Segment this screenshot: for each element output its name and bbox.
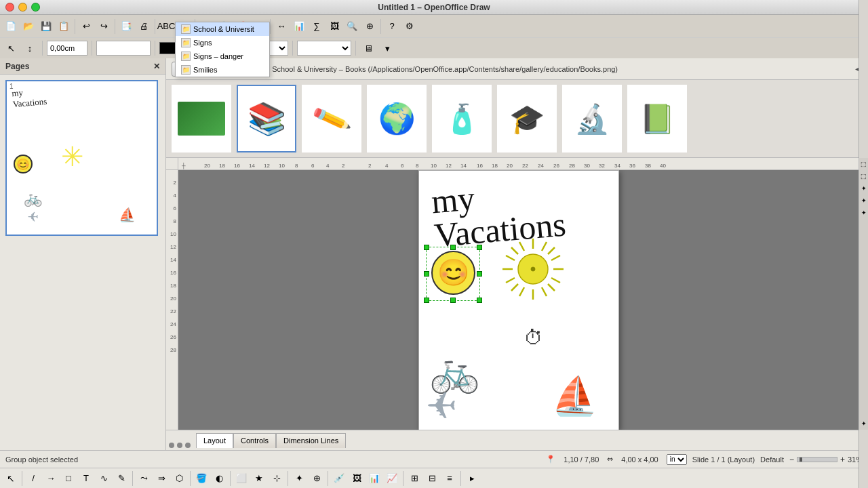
ruler-mark-40: 40 [660, 163, 666, 169]
drawing-canvas[interactable]: myVacations 😊 [178, 170, 859, 430]
arrow-tool[interactable]: → [43, 470, 59, 487]
zoom-slider[interactable] [797, 457, 837, 462]
right-panel-icon-2[interactable]: ⬚ [860, 172, 868, 180]
gallery-img-microscope[interactable]: 🔬 [562, 85, 622, 152]
insert-img-tool[interactable]: 🖼 [349, 470, 365, 487]
handle-br[interactable] [477, 298, 482, 303]
right-panel-icon-3[interactable]: ✦ [860, 184, 868, 192]
draw-sep7 [403, 471, 403, 486]
zoom-out-button[interactable]: − [789, 455, 794, 464]
sidebar-close-button[interactable]: ✕ [153, 62, 160, 71]
shadow-tool[interactable]: ◐ [211, 470, 227, 487]
page-canvas[interactable]: myVacations 😊 [418, 170, 619, 430]
help-icon[interactable]: ? [384, 18, 400, 35]
canvas-clock[interactable]: ⏱ [524, 327, 543, 349]
ungroup-tool[interactable]: ⊟ [424, 470, 440, 487]
zoom-icon[interactable]: 🔍 [344, 18, 360, 35]
pdf-icon[interactable]: 📑 [118, 18, 134, 35]
handle-tm[interactable] [450, 245, 456, 250]
flowchart-tool[interactable]: ⬡ [171, 470, 187, 487]
zoom-in-button[interactable]: + [840, 455, 845, 464]
extra-icon[interactable]: ⚙ [401, 18, 418, 35]
handle-ml[interactable] [424, 271, 429, 277]
line-style-input[interactable] [96, 41, 151, 56]
save-as-icon[interactable]: 📋 [56, 18, 72, 35]
handle-bm[interactable] [450, 298, 456, 303]
point-tool[interactable]: ✦ [291, 470, 307, 487]
zoom2-icon[interactable]: ⊕ [361, 18, 378, 35]
gallery-item-smilies[interactable]: 📁 Smilies [176, 63, 269, 77]
formula-icon[interactable]: ∑ [309, 18, 325, 35]
canvas-plane[interactable]: ✈ [426, 384, 457, 428]
selection-mode-icon[interactable]: ↖ [3, 40, 19, 56]
more-icon[interactable]: ▾ [379, 40, 395, 56]
print-icon[interactable]: 🖨 [136, 18, 152, 35]
gallery-img-cap[interactable]: 🎓 [497, 85, 557, 152]
handle-mr[interactable] [477, 271, 482, 277]
gallery-img-books[interactable]: 📚 [237, 85, 296, 152]
gallery-img-board[interactable] [172, 85, 231, 152]
handle-tl[interactable] [424, 245, 429, 250]
statusbar-unit-select[interactable]: in [667, 454, 687, 465]
sep12 [355, 41, 356, 56]
arrange-tool[interactable]: ≡ [441, 470, 458, 487]
open-icon[interactable]: 📂 [20, 18, 37, 35]
right-panel-icon-5[interactable]: ✦ [860, 209, 868, 217]
canvas-sun[interactable] [499, 235, 567, 304]
curve-tool[interactable]: ∿ [96, 470, 112, 487]
tab-controls[interactable]: Controls [233, 433, 276, 448]
chart-icon[interactable]: 📊 [291, 18, 307, 35]
handle-bl[interactable] [424, 298, 429, 303]
tab-order-icon[interactable]: ↕ [22, 40, 38, 56]
right-panel-icon-1[interactable]: ⬚ [860, 160, 868, 168]
connector-icon[interactable]: ↔ [273, 18, 290, 35]
insert-chart-tool[interactable]: 📈 [384, 470, 400, 487]
gallery-img-pencil[interactable]: ✏️ [302, 85, 361, 152]
fill-color-tool[interactable]: 🪣 [193, 470, 210, 487]
maximize-button[interactable] [31, 3, 40, 12]
eyedropper-tool[interactable]: 💉 [331, 470, 347, 487]
page-thumbnail-1[interactable]: 1 myVacations 😊 ✳ 🚲 ✈ ⛵ [5, 80, 158, 236]
tab-dimension-lines[interactable]: Dimension Lines [276, 433, 346, 448]
save-icon[interactable]: 💾 [38, 18, 54, 35]
select-tool[interactable]: ↖ [3, 470, 19, 487]
gallery-item-signs-danger[interactable]: 📁 Signs – danger [176, 58, 269, 63]
display-icon[interactable]: 🖥 [360, 40, 376, 56]
right-panel-icon-4[interactable]: ✦ [860, 197, 868, 205]
handle-tr[interactable] [477, 245, 482, 250]
new-icon[interactable]: 📄 [3, 18, 19, 35]
arrow2-tool[interactable]: ⇒ [153, 470, 170, 487]
tab-layout[interactable]: Layout [196, 433, 233, 448]
books-icon: 📚 [248, 100, 286, 137]
right-panel-icon-6[interactable]: ✦ [860, 420, 868, 428]
undo-icon[interactable]: ↩ [78, 18, 94, 35]
spellcheck-icon[interactable]: ABC [158, 18, 174, 35]
svg-line-5 [548, 284, 555, 291]
star-tool[interactable]: ★ [251, 470, 267, 487]
gallery-img-globe[interactable]: 🌍 [367, 85, 427, 152]
crop-tool[interactable]: ⊹ [269, 470, 285, 487]
minimize-button[interactable] [18, 3, 27, 12]
freehand-tool[interactable]: ✎ [113, 470, 130, 487]
3d-tool[interactable]: ⬜ [233, 470, 250, 487]
rect-tool[interactable]: □ [60, 470, 77, 487]
canvas-smiley[interactable]: 😊 [431, 251, 475, 295]
redo-icon[interactable]: ↪ [96, 18, 112, 35]
line-tool[interactable]: / [25, 470, 41, 487]
close-button[interactable] [5, 3, 14, 12]
connect-tool[interactable]: ⤳ [136, 470, 152, 487]
gallery-img-bottle[interactable]: 🧴 [432, 85, 492, 152]
gallery-img-green-book[interactable]: 📗 [627, 85, 687, 152]
group-tool[interactable]: ⊞ [406, 470, 422, 487]
area-style-select[interactable] [297, 41, 351, 56]
canvas-boat[interactable]: ⛵ [551, 374, 598, 418]
extra-draw-tool[interactable]: ▸ [464, 470, 480, 487]
gallery-icon[interactable]: 🖼 [326, 18, 342, 35]
insert-table-tool[interactable]: 📊 [366, 470, 382, 487]
position-input[interactable] [47, 41, 87, 56]
ruler-top-marks: ┼ 20 18 16 14 12 10 8 6 4 2 2 4 6 8 10 1 [178, 158, 859, 169]
glue-tool[interactable]: ⊕ [309, 470, 325, 487]
ruler-mark-30: 30 [584, 163, 590, 169]
text-tool[interactable]: T [78, 470, 94, 487]
gallery-scrollbar[interactable] [859, 80, 868, 158]
